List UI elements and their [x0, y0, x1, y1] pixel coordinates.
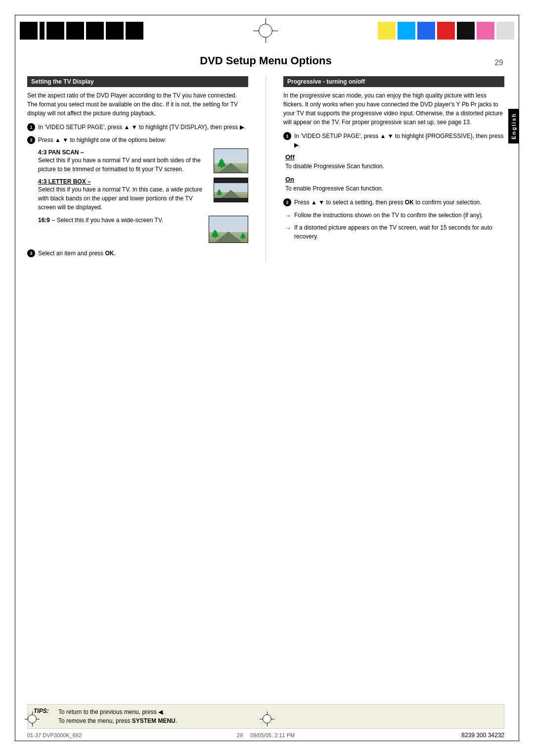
wide-content: 16:9 – Select this if you have a wide-sc…	[38, 216, 204, 243]
thumb-tree-1: 🌲	[216, 158, 227, 169]
arrow-text-2: If a distorted picture appears on the TV…	[294, 223, 504, 241]
left-step3: 3 Select an item and press OK.	[27, 249, 248, 258]
crosshair-circle	[259, 24, 272, 38]
on-text: To enable Progressive Scan function.	[285, 184, 504, 193]
footer-center: 29 09/05/05, 2:11 PM	[186, 732, 346, 738]
on-label: On	[285, 176, 504, 183]
page-title: DVD Setup Menu Options	[27, 54, 504, 67]
color-squares	[378, 22, 514, 40]
color-sq-lightgray	[496, 22, 514, 40]
left-step1: 1 In 'VIDEO SETUP PAGE', press ▲ ▼ to hi…	[27, 123, 248, 132]
columns-container: Setting the TV Display Set the aspect ra…	[27, 76, 504, 262]
left-column: Setting the TV Display Set the aspect ra…	[27, 76, 248, 262]
ch-circle-center	[263, 714, 271, 723]
step2-circle: 2	[27, 136, 35, 144]
color-sq-black	[457, 22, 475, 40]
letter-box-text: Select this if you have a normal TV. In …	[38, 185, 209, 212]
thumb-tree-2: 🌲	[216, 189, 223, 196]
wide-option: 16:9 – Select this if you have a wide-sc…	[38, 216, 248, 243]
on-section: On To enable Progressive Scan function.	[285, 176, 504, 193]
wide-text: – Select this if you have a wide-screen …	[52, 217, 163, 224]
wide-header: 16:9	[38, 217, 50, 224]
black-sq-4	[86, 22, 104, 40]
right-step2-text: Press ▲ ▼ to select a setting, then pres…	[294, 198, 482, 207]
arrow-item-2: → If a distorted picture appears on the …	[285, 223, 504, 241]
border-top	[15, 15, 519, 15]
step3-circle: 3	[27, 249, 35, 257]
letter-box-body: 4:3 LETTER BOX – Select this if you have…	[38, 178, 248, 212]
footer-date: 09/05/05, 2:11 PM	[250, 732, 295, 738]
right-step1-circle: 1	[283, 132, 291, 140]
black-sq-3	[66, 22, 84, 40]
thumb-sky-3: 🌲 🌲	[209, 216, 248, 242]
thumb-tree-4: 🌲	[239, 233, 247, 239]
black-sq-2	[46, 22, 64, 40]
letter-box-option: 4:3 LETTER BOX – Select this if you have…	[38, 178, 248, 212]
right-step1: 1 In 'VIDEO SETUP PAGE', press ▲ ▼ to hi…	[283, 132, 504, 149]
off-label: Off	[285, 153, 504, 161]
crosshair-center	[253, 18, 278, 43]
english-tab: English	[508, 109, 519, 143]
right-column: Progressive - turning on/off In the prog…	[283, 76, 504, 262]
ch-circle-left	[28, 714, 37, 723]
footer-right: 8239 300 34232	[345, 732, 504, 739]
border-left	[15, 15, 15, 741]
pan-scan-thumbnail: 🌲	[214, 148, 248, 173]
thumb-sky-1: 🌲	[214, 149, 248, 173]
wide-thumbnail: 🌲 🌲	[209, 216, 248, 243]
right-step2-circle: 2	[283, 198, 291, 206]
left-intro: Set the aspect ratio of the DVD Player a…	[27, 91, 248, 118]
step1-circle: 1	[27, 123, 35, 131]
left-section-header: Setting the TV Display	[27, 76, 248, 87]
color-sq-yellow	[378, 22, 396, 40]
letter-box-header: 4:3 LETTER BOX –	[38, 178, 91, 185]
crosshair-bottom-center	[260, 711, 274, 726]
pan-scan-content: 4:3 PAN SCAN – Select this if you have a…	[38, 148, 209, 174]
right-step1-text: In 'VIDEO SETUP PAGE', press ▲ ▼ to high…	[294, 132, 504, 149]
letterbox-bar-top	[214, 178, 248, 183]
color-sq-red	[437, 22, 455, 40]
main-content: DVD Setup Menu Options Setting the TV Di…	[27, 54, 504, 716]
off-section: Off To disable Progressive Scan function…	[285, 153, 504, 171]
thumb-tree-3: 🌲	[210, 229, 220, 238]
thumb-sky-2: 🌲	[214, 183, 248, 198]
arrow-icon-1: →	[285, 211, 291, 220]
thumb-mountain-2	[221, 190, 241, 198]
wide-body: 16:9 – Select this if you have a wide-sc…	[38, 216, 248, 243]
arrow-text-1: Follow the instructions shown on the TV …	[294, 211, 483, 220]
english-label: English	[511, 113, 517, 140]
right-intro: In the progressive scan mode, you can en…	[283, 91, 504, 127]
letter-box-content: 4:3 LETTER BOX – Select this if you have…	[38, 178, 209, 212]
step3-text: Select an item and press OK.	[38, 249, 116, 258]
black-sq-1	[20, 22, 38, 40]
black-sq-5	[106, 22, 124, 40]
arrow-item-1: → Follow the instructions shown on the T…	[285, 211, 504, 220]
tips-content: To return to the previous menu, press ◀.…	[58, 708, 177, 725]
left-step2: 2 Press ▲ ▼ to highlight one of the opti…	[27, 136, 248, 144]
black-sq-narrow	[40, 22, 44, 40]
arrow-icon-2: →	[285, 224, 291, 241]
pan-scan-option: 4:3 PAN SCAN – Select this if you have a…	[38, 148, 248, 174]
color-sq-cyan	[398, 22, 415, 40]
right-section-header: Progressive - turning on/off	[283, 76, 504, 87]
top-bar	[0, 19, 534, 43]
pan-scan-header: 4:3 PAN SCAN –	[38, 149, 84, 156]
footer-left: 01-37 DVP3000K_692	[27, 732, 186, 738]
color-sq-pink	[477, 22, 494, 40]
letter-box-thumbnail: 🌲	[214, 178, 248, 202]
tips-line1: To return to the previous menu, press ◀.	[58, 708, 177, 716]
letterbox-bar-bottom	[214, 198, 248, 202]
pan-scan-body: 4:3 PAN SCAN – Select this if you have a…	[38, 148, 248, 174]
step1-text: In 'VIDEO SETUP PAGE', press ▲ ▼ to high…	[38, 123, 246, 132]
column-divider	[266, 76, 266, 262]
black-sq-6	[126, 22, 143, 40]
off-text: To disable Progressive Scan function.	[285, 162, 504, 171]
pan-scan-text: Select this if you have a normal TV and …	[38, 156, 209, 174]
footer: 01-37 DVP3000K_692 29 09/05/05, 2:11 PM …	[27, 732, 504, 739]
black-squares	[20, 22, 143, 40]
crosshair-bottom-left	[25, 711, 40, 726]
tips-line2: To remove the menu, press SYSTEM MENU.	[58, 716, 177, 725]
border-bottom	[15, 741, 519, 741]
step2-text: Press ▲ ▼ to highlight one of the option…	[38, 136, 166, 144]
color-sq-blue	[417, 22, 435, 40]
